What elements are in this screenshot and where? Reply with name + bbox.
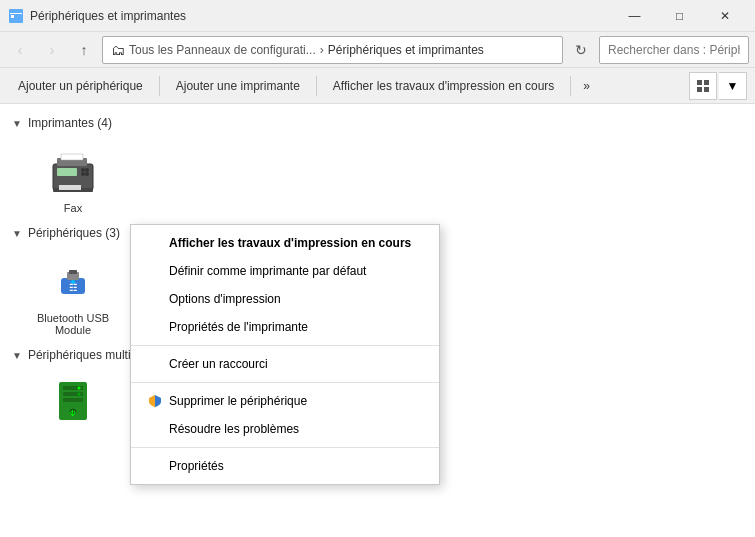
window-icon — [8, 8, 24, 24]
ctx-print-jobs-label: Afficher les travaux d'impression en cou… — [169, 236, 411, 250]
svg-rect-5 — [697, 87, 702, 92]
list-item[interactable]: ☷ Bluetooth USB Module — [28, 248, 118, 340]
ctx-shield-icon — [147, 393, 163, 409]
ctx-set-default-icon — [147, 263, 163, 279]
ctx-troubleshoot-label: Résoudre les problèmes — [169, 422, 299, 436]
toolbar-separator-2 — [316, 76, 317, 96]
svg-rect-1 — [10, 13, 22, 14]
svg-point-11 — [81, 168, 85, 172]
media-server-icon: ⏻ — [45, 374, 101, 430]
context-menu: Afficher les travaux d'impression en cou… — [130, 224, 440, 485]
printers-title: Imprimantes (4) — [28, 116, 112, 130]
ctx-print-options[interactable]: Options d'impression — [131, 285, 439, 313]
svg-rect-2 — [11, 15, 14, 18]
bluetooth-usb-icon: ☷ — [45, 252, 101, 308]
svg-rect-3 — [697, 80, 702, 85]
ctx-remove-device-label: Supprimer le périphérique — [169, 394, 307, 408]
path-separator: › — [320, 43, 324, 57]
ctx-printer-props-label: Propriétés de l'imprimante — [169, 320, 308, 334]
refresh-button[interactable]: ↻ — [567, 36, 595, 64]
fax-icon — [45, 142, 101, 198]
ctx-printer-props[interactable]: Propriétés de l'imprimante — [131, 313, 439, 341]
ctx-divider-2 — [131, 382, 439, 383]
view-dropdown-button[interactable]: ▼ — [719, 72, 747, 100]
devices-title: Périphériques (3) — [28, 226, 120, 240]
ctx-divider-1 — [131, 345, 439, 346]
printers-section-header: ▼ Imprimantes (4) — [12, 116, 743, 130]
svg-rect-6 — [704, 87, 709, 92]
printers-items: Fax — [28, 138, 743, 218]
svg-point-42 — [78, 393, 81, 396]
svg-rect-16 — [59, 185, 81, 190]
ctx-set-default[interactable]: Définir comme imprimante par défaut — [131, 257, 439, 285]
search-input[interactable] — [599, 36, 749, 64]
ctx-properties-icon — [147, 458, 163, 474]
svg-point-14 — [85, 172, 89, 176]
list-item[interactable]: ⏻ — [28, 370, 118, 438]
multimedia-chevron[interactable]: ▼ — [12, 350, 22, 361]
path-icon: 🗂 — [111, 42, 125, 58]
svg-rect-19 — [69, 270, 77, 274]
ctx-print-options-label: Options d'impression — [169, 292, 281, 306]
window-title: Périphériques et imprimantes — [30, 9, 186, 23]
fax-label: Fax — [31, 202, 116, 214]
grid-view-icon — [696, 79, 710, 93]
list-item[interactable]: Fax — [28, 138, 118, 218]
print-jobs-button[interactable]: Afficher les travaux d'impression en cou… — [323, 72, 565, 100]
devices-chevron[interactable]: ▼ — [12, 228, 22, 239]
svg-point-41 — [78, 387, 81, 390]
ctx-print-options-icon — [147, 291, 163, 307]
forward-button[interactable]: › — [38, 36, 66, 64]
ctx-properties[interactable]: Propriétés — [131, 452, 439, 480]
address-path[interactable]: 🗂 Tous les Panneaux de configurati... › … — [102, 36, 563, 64]
svg-rect-4 — [704, 80, 709, 85]
title-bar-controls: — □ ✕ — [612, 0, 747, 32]
ctx-divider-3 — [131, 447, 439, 448]
ctx-create-shortcut-icon — [147, 356, 163, 372]
svg-rect-9 — [61, 154, 83, 160]
main-content: ▼ Imprimantes (4) — [0, 104, 755, 537]
ctx-print-jobs[interactable]: Afficher les travaux d'impression en cou… — [131, 229, 439, 257]
view-icon-button[interactable] — [689, 72, 717, 100]
ctx-create-shortcut[interactable]: Créer un raccourci — [131, 350, 439, 378]
toolbar-separator-1 — [159, 76, 160, 96]
svg-point-12 — [85, 168, 89, 172]
path-part2: Périphériques et imprimantes — [328, 43, 484, 57]
title-bar-left: Périphériques et imprimantes — [8, 8, 186, 24]
title-bar: Périphériques et imprimantes — □ ✕ — [0, 0, 755, 32]
svg-point-13 — [81, 172, 85, 176]
address-bar: ‹ › ↑ 🗂 Tous les Panneaux de configurati… — [0, 32, 755, 68]
ctx-create-shortcut-label: Créer un raccourci — [169, 357, 268, 371]
add-printer-button[interactable]: Ajouter une imprimante — [166, 72, 310, 100]
svg-rect-10 — [57, 168, 77, 176]
minimize-button[interactable]: — — [612, 0, 657, 32]
add-device-button[interactable]: Ajouter un périphérique — [8, 72, 153, 100]
ctx-printer-props-icon — [147, 319, 163, 335]
printers-chevron[interactable]: ▼ — [12, 118, 22, 129]
ctx-set-default-label: Définir comme imprimante par défaut — [169, 264, 366, 278]
svg-rect-40 — [63, 398, 83, 402]
view-buttons: ▼ — [689, 72, 747, 100]
ctx-troubleshoot[interactable]: Résoudre les problèmes — [131, 415, 439, 443]
ctx-remove-device[interactable]: Supprimer le périphérique — [131, 387, 439, 415]
up-button[interactable]: ↑ — [70, 36, 98, 64]
bluetooth-usb-label: Bluetooth USB Module — [31, 312, 116, 336]
toolbar: Ajouter un périphérique Ajouter une impr… — [0, 68, 755, 104]
toolbar-more-button[interactable]: » — [577, 72, 596, 100]
svg-text:⏻: ⏻ — [70, 410, 76, 416]
maximize-button[interactable]: □ — [657, 0, 702, 32]
path-part1: Tous les Panneaux de configurati... — [129, 43, 316, 57]
toolbar-separator-3 — [570, 76, 571, 96]
ctx-properties-label: Propriétés — [169, 459, 224, 473]
back-button[interactable]: ‹ — [6, 36, 34, 64]
close-button[interactable]: ✕ — [702, 0, 747, 32]
ctx-print-jobs-icon — [147, 235, 163, 251]
svg-text:☷: ☷ — [69, 283, 77, 293]
ctx-troubleshoot-icon — [147, 421, 163, 437]
